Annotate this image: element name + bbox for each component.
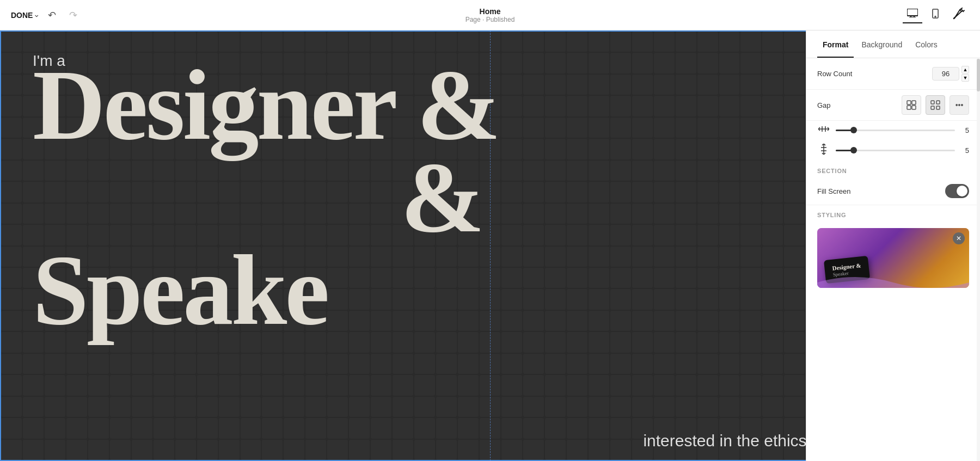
grid-cell xyxy=(458,182,479,202)
grid-cell xyxy=(589,32,609,52)
row-count-decrement[interactable]: ▼ xyxy=(961,74,969,82)
tab-background[interactable]: Background xyxy=(856,30,908,58)
grid-cell xyxy=(305,440,326,460)
grid-cell xyxy=(219,268,240,288)
redo-button[interactable]: ↷ xyxy=(66,7,81,23)
grid-cell xyxy=(480,182,500,202)
grid-cell xyxy=(414,96,435,116)
grid-cell xyxy=(154,418,174,438)
wave-decoration xyxy=(817,272,969,288)
grid-cell xyxy=(154,440,174,460)
grid-cell xyxy=(762,225,783,245)
grid-cell xyxy=(262,75,283,95)
gap-large-button[interactable] xyxy=(926,95,945,115)
grid-cell xyxy=(784,75,805,95)
grid-cell xyxy=(154,247,174,267)
grid-cell xyxy=(458,75,479,95)
grid-cell xyxy=(589,118,609,138)
grid-cell xyxy=(654,225,675,245)
grid-cell xyxy=(393,161,413,181)
grid-cell xyxy=(414,32,435,52)
grid-cell xyxy=(458,139,479,159)
grid-cell xyxy=(262,96,283,116)
grid-cell xyxy=(1,375,22,395)
grid-cell xyxy=(110,53,131,73)
grid-cell xyxy=(349,53,370,73)
vertical-gap-slider[interactable] xyxy=(836,150,955,151)
grid-cell xyxy=(393,53,413,73)
tab-format[interactable]: Format xyxy=(817,30,854,58)
horizontal-gap-slider[interactable] xyxy=(836,130,955,131)
grid-cell xyxy=(154,118,174,138)
grid-cell xyxy=(414,225,435,245)
grid-cell xyxy=(88,289,109,309)
grid-cell xyxy=(132,440,152,460)
row-count-value[interactable]: 96 xyxy=(932,67,959,81)
grid-cell xyxy=(762,247,783,267)
styling-preview[interactable]: Designer & Speaker ✕ xyxy=(817,228,969,288)
gap-more-button[interactable]: ••• xyxy=(950,95,969,115)
grid-cell xyxy=(523,161,544,181)
grid-cell xyxy=(88,139,109,159)
grid-cell xyxy=(241,418,261,438)
grid-cell xyxy=(305,139,326,159)
gap-small-button[interactable] xyxy=(902,95,921,115)
done-button[interactable]: DONE ⌵ xyxy=(11,11,38,20)
fill-screen-toggle[interactable] xyxy=(945,184,969,198)
mobile-view-button[interactable] xyxy=(928,7,943,23)
grid-cell xyxy=(740,311,761,331)
grid-cell xyxy=(327,354,348,374)
grid-cell xyxy=(610,182,631,202)
grid-cell xyxy=(697,397,718,417)
grid-cell xyxy=(197,289,218,309)
wand-button[interactable] xyxy=(948,5,969,24)
grid-cell xyxy=(762,32,783,52)
grid-cell xyxy=(697,182,718,202)
row-count-increment[interactable]: ▲ xyxy=(961,66,969,73)
grid-cell xyxy=(284,354,304,374)
grid-cell xyxy=(45,96,65,116)
grid-cell xyxy=(697,247,718,267)
grid-cell xyxy=(697,418,718,438)
grid-cell xyxy=(305,96,326,116)
grid-cell xyxy=(414,354,435,374)
grid-cell xyxy=(175,204,196,224)
grid-cell xyxy=(393,375,413,395)
desktop-view-button[interactable] xyxy=(903,7,922,23)
grid-cell xyxy=(305,375,326,395)
grid-cell xyxy=(632,268,653,288)
grid-cell xyxy=(175,332,196,352)
grid-cell xyxy=(740,75,761,95)
grid-cell xyxy=(349,354,370,374)
grid-cell xyxy=(545,354,566,374)
grid-cell xyxy=(284,53,304,73)
panel-scrollbar[interactable] xyxy=(977,59,980,461)
grid-cell xyxy=(545,397,566,417)
undo-button[interactable]: ↶ xyxy=(45,7,59,23)
grid-cell xyxy=(175,311,196,331)
grid-cell xyxy=(762,289,783,309)
grid-cell xyxy=(88,418,109,438)
grid-cell xyxy=(305,354,326,374)
grid-cell xyxy=(219,375,240,395)
grid-cell xyxy=(567,289,587,309)
grid-cell xyxy=(632,311,653,331)
tab-colors[interactable]: Colors xyxy=(910,30,942,58)
styling-close-button[interactable]: ✕ xyxy=(953,232,965,244)
grid-cell xyxy=(327,139,348,159)
grid-cell xyxy=(567,354,587,374)
grid-cell xyxy=(719,311,740,331)
grid-cell xyxy=(219,204,240,224)
grid-cell xyxy=(1,311,22,331)
grid-cell xyxy=(501,247,522,267)
grid-cell xyxy=(1,332,22,352)
grid-cell xyxy=(219,161,240,181)
grid-cell xyxy=(154,75,174,95)
grid-cell xyxy=(197,182,218,202)
grid-cell xyxy=(371,225,391,245)
grid-cell xyxy=(110,418,131,438)
grid-cell xyxy=(589,161,609,181)
grid-cell xyxy=(393,139,413,159)
grid-cell xyxy=(589,139,609,159)
grid-cell xyxy=(501,96,522,116)
